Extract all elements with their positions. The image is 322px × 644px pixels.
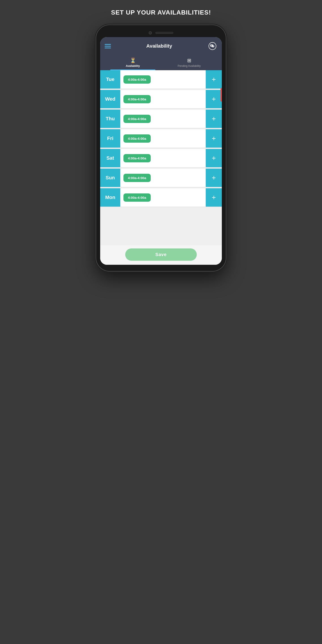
day-label-box-sun: Sun — [100, 168, 120, 187]
time-slot-sun-0[interactable]: 4:00a-4:00a — [124, 174, 151, 182]
save-button[interactable]: Save — [125, 248, 197, 261]
svg-text:✉: ✉ — [211, 45, 212, 46]
save-btn-container: Save — [100, 245, 222, 265]
add-btn-mon[interactable]: + — [206, 188, 222, 206]
day-row-sat: Sat 4:00a-4:00a + — [100, 149, 222, 167]
header-top: Availability ✉ — [105, 41, 217, 51]
add-btn-wed[interactable]: + — [206, 90, 222, 108]
day-label-box-wed: Wed — [100, 90, 120, 108]
day-row-fri: Fri 4:00a-4:00a + — [100, 129, 222, 148]
time-slot-thu-0[interactable]: 4:00a-4:00a — [124, 115, 151, 123]
time-slot-wed-0[interactable]: 4:00a-4:00a — [124, 95, 151, 103]
day-label-box-fri: Fri — [100, 129, 120, 148]
day-label-sun: Sun — [106, 175, 115, 181]
tab-pending-availability[interactable]: ⊞ Pending Availability — [161, 56, 217, 70]
plus-icon-tue: + — [212, 76, 216, 83]
phone-top-bar — [100, 31, 222, 34]
day-row-thu: Thu 4:00a-4:00a + — [100, 110, 222, 128]
add-btn-sat[interactable]: + — [206, 149, 222, 167]
plus-icon-thu: + — [212, 115, 216, 122]
hamburger-line-2 — [105, 46, 111, 46]
day-label-box-tue: Tue — [100, 70, 120, 88]
day-label-box-thu: Thu — [100, 110, 120, 128]
day-row-sun: Sun 4:00a-4:00a + — [100, 168, 222, 187]
plus-icon-mon: + — [212, 194, 216, 201]
time-slot-mon-0[interactable]: 4:00a-4:00a — [124, 194, 151, 202]
day-label-wed: Wed — [105, 96, 116, 102]
chat-icon: ✉ — [208, 42, 216, 50]
day-label-tue: Tue — [106, 76, 114, 82]
day-label-box-sat: Sat — [100, 149, 120, 167]
page-title: SET UP YOUR AVAILABILITIES! — [111, 9, 211, 16]
day-label-mon: Mon — [105, 194, 115, 200]
time-slot-sat-0[interactable]: 4:00a-4:00a — [124, 154, 151, 162]
phone-screen: Availability ✉ ⏳ Availability — [100, 37, 222, 265]
day-label-thu: Thu — [106, 116, 115, 122]
camera-dot — [149, 31, 152, 34]
plus-icon-sat: + — [212, 154, 216, 162]
add-btn-thu[interactable]: + — [206, 110, 222, 128]
phone-shell: Availability ✉ ⏳ Availability — [96, 25, 226, 271]
time-slots-fri: 4:00a-4:00a — [120, 129, 206, 148]
add-btn-tue[interactable]: + — [206, 70, 222, 88]
tabs-container: ⏳ Availability ⊞ Pending Availability — [105, 56, 217, 70]
time-slots-wed: 4:00a-4:00a — [120, 90, 206, 108]
time-slots-sat: 4:00a-4:00a — [120, 149, 206, 167]
plus-icon-sun: + — [212, 174, 216, 181]
menu-button[interactable] — [105, 44, 111, 48]
day-row-tue: Tue 4:00a-4:00a + — [100, 70, 222, 88]
speaker-bar — [156, 32, 173, 34]
grid-icon: ⊞ — [187, 58, 191, 64]
time-slots-sun: 4:00a-4:00a — [120, 168, 206, 187]
plus-icon-wed: + — [212, 96, 216, 103]
scroll-area[interactable]: Tue 4:00a-4:00a + Wed 4:00a-4:00a + — [100, 70, 222, 245]
tab-availability[interactable]: ⏳ Availability — [105, 56, 161, 70]
hamburger-line-1 — [105, 44, 111, 45]
time-slot-tue-0[interactable]: 4:00a-4:00a — [124, 75, 151, 84]
add-btn-fri[interactable]: + — [206, 129, 222, 148]
time-slot-fri-0[interactable]: 4:00a-4:00a — [124, 134, 151, 143]
hamburger-line-3 — [105, 48, 111, 48]
day-label-fri: Fri — [107, 136, 113, 141]
day-label-sat: Sat — [106, 155, 114, 161]
chat-button[interactable]: ✉ — [208, 41, 217, 51]
day-row-mon: Mon 4:00a-4:00a + — [100, 188, 222, 206]
time-slots-mon: 4:00a-4:00a — [120, 188, 206, 206]
scroll-indicator — [220, 88, 222, 102]
time-slots-tue: 4:00a-4:00a — [120, 70, 206, 88]
plus-icon-fri: + — [212, 135, 216, 142]
day-row-wed: Wed 4:00a-4:00a + — [100, 90, 222, 108]
tab-availability-label: Availability — [126, 64, 140, 68]
day-label-box-mon: Mon — [100, 188, 120, 206]
time-slots-thu: 4:00a-4:00a — [120, 110, 206, 128]
hourglass-icon: ⏳ — [130, 58, 136, 64]
app-header: Availability ✉ ⏳ Availability — [100, 37, 222, 70]
app-title: Availability — [146, 43, 172, 49]
tab-pending-label: Pending Availability — [178, 64, 200, 68]
add-btn-sun[interactable]: + — [206, 168, 222, 187]
